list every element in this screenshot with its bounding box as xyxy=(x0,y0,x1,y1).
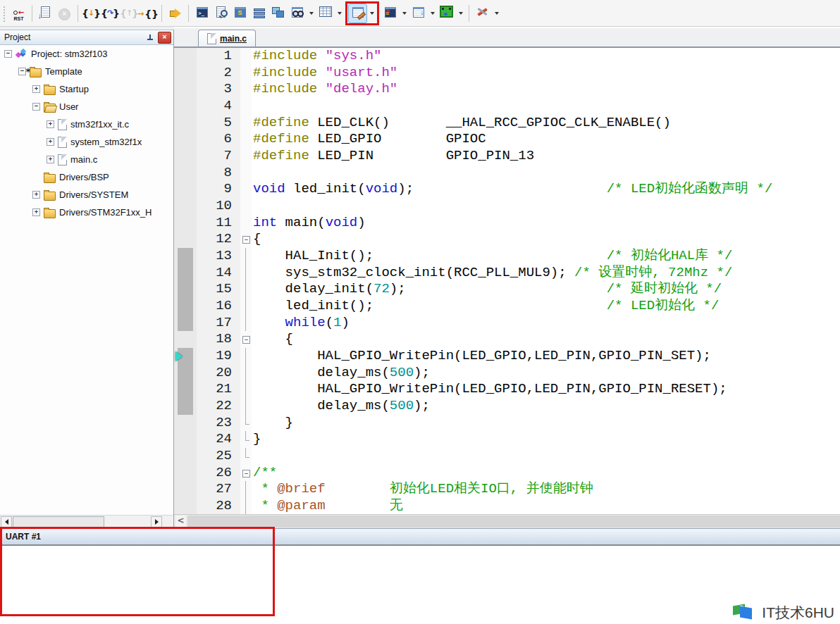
step-button[interactable]: {↓} xyxy=(82,4,101,23)
breakpoint-margin[interactable] xyxy=(174,181,197,198)
expander-plus-icon[interactable]: + xyxy=(32,208,40,216)
breakpoint-margin[interactable] xyxy=(174,498,197,515)
breakpoint-margin[interactable] xyxy=(174,231,197,248)
debug-tools-button[interactable] xyxy=(473,4,492,23)
code-editor[interactable]: 1#include "sys.h"2#include "usart.h"3#in… xyxy=(174,48,840,515)
code-line-20[interactable]: 20 delay_ms(500); xyxy=(174,365,840,382)
tree-item-system-stm32f1x[interactable]: +system_stm32f1x xyxy=(0,133,173,151)
memory-window-button[interactable] xyxy=(316,4,335,23)
uart-output[interactable] xyxy=(0,546,840,624)
step-over-button[interactable]: {↷} xyxy=(101,4,120,23)
code-line-28[interactable]: 28 * @param 无 xyxy=(174,498,840,515)
run-to-cursor-button[interactable]: →{} xyxy=(139,4,158,23)
code-line-4[interactable]: 4 xyxy=(174,98,840,115)
expander-plus-icon[interactable]: + xyxy=(32,191,40,199)
code-line-21[interactable]: 21 HAL_GPIO_WritePin(LED_GPIO,LED_PIN,GP… xyxy=(174,381,840,398)
expander-minus-icon[interactable]: − xyxy=(32,103,40,111)
disassembly-window-button[interactable] xyxy=(211,4,230,23)
debug-tools-button-dropdown[interactable] xyxy=(492,4,501,23)
code-line-10[interactable]: 10 xyxy=(174,198,840,215)
code-line-12[interactable]: 12−{ xyxy=(174,231,840,248)
code-line-23[interactable]: 23 } xyxy=(174,415,840,432)
logic-analyzer-button-dropdown[interactable] xyxy=(400,4,409,23)
pin-icon[interactable] xyxy=(146,33,154,42)
tree-item-template[interactable]: −Template xyxy=(0,63,173,80)
tree-item-main-c[interactable]: +main.c xyxy=(0,151,173,168)
scroll-right-button[interactable] xyxy=(151,516,162,528)
scrollbar-thumb[interactable] xyxy=(13,516,104,528)
breakpoint-margin[interactable] xyxy=(174,48,197,65)
stop-button[interactable]: × xyxy=(55,4,74,23)
code-line-26[interactable]: 26−/** xyxy=(174,465,840,482)
breakpoint-margin[interactable] xyxy=(174,315,197,332)
breakpoint-margin[interactable] xyxy=(174,115,197,132)
code-line-13[interactable]: 13 HAL_Init(); /* 初始化HAL库 */ xyxy=(174,248,840,265)
logic-analyzer-button[interactable]: ≈≈ xyxy=(381,4,400,23)
code-line-19[interactable]: 19 HAL_GPIO_WritePin(LED_GPIO,LED_PIN,GP… xyxy=(174,348,840,365)
code-line-9[interactable]: 9void led_init(void); /* LED初始化函数声明 */ xyxy=(174,181,840,198)
code-line-2[interactable]: 2#include "usart.h" xyxy=(174,65,840,82)
code-line-24[interactable]: 24} xyxy=(174,431,840,448)
run-button[interactable] xyxy=(166,4,185,23)
toolbox-button-dropdown[interactable] xyxy=(456,4,465,23)
code-line-7[interactable]: 7#define LED_PIN GPIO_PIN_13 xyxy=(174,148,840,165)
breakpoint-margin[interactable] xyxy=(174,215,197,232)
tab-main-c[interactable]: main.c xyxy=(198,30,256,46)
breakpoint-margin[interactable] xyxy=(174,398,197,415)
tree-item-project-stm32f103[interactable]: −Project: stm32f103 xyxy=(0,45,173,63)
breakpoint-margin[interactable] xyxy=(174,465,197,482)
code-line-17[interactable]: 17 while(1) xyxy=(174,315,840,332)
code-line-14[interactable]: 14 sys_stm32_clock_init(RCC_PLL_MUL9); /… xyxy=(174,265,840,282)
code-line-22[interactable]: 22 delay_ms(500); xyxy=(174,398,840,415)
editor-scrollbar-thumb[interactable] xyxy=(187,516,840,528)
breakpoint-margin[interactable] xyxy=(174,98,197,115)
code-line-27[interactable]: 27 * @brief 初始化LED相关IO口, 并使能时钟 xyxy=(174,481,840,498)
toolbar-grip[interactable] xyxy=(3,5,6,22)
project-horizontal-scrollbar[interactable] xyxy=(0,515,173,528)
close-icon[interactable] xyxy=(158,32,171,44)
breakpoint-margin[interactable] xyxy=(174,165,197,182)
code-line-15[interactable]: 15 delay_init(72); /* 延时初始化 */ xyxy=(174,281,840,298)
code-line-5[interactable]: 5#define LED_CLK() __HAL_RCC_GPIOC_CLK_E… xyxy=(174,115,840,132)
toolbox-button[interactable] xyxy=(437,4,456,23)
serial-window-button-dropdown[interactable] xyxy=(367,4,376,23)
code-line-11[interactable]: 11int main(void) xyxy=(174,215,840,232)
system-viewer-button-dropdown[interactable] xyxy=(428,4,437,23)
breakpoint-margin[interactable] xyxy=(174,348,197,365)
step-out-button[interactable]: {↑} xyxy=(120,4,139,23)
code-line-18[interactable]: 18− { xyxy=(174,331,840,348)
tree-item-drivers-bsp[interactable]: Drivers/BSP xyxy=(0,168,173,186)
breakpoint-margin[interactable] xyxy=(174,331,197,348)
symbol-window-button[interactable]: S xyxy=(230,4,249,23)
code-line-1[interactable]: 1#include "sys.h" xyxy=(174,48,840,65)
tree-item-startup[interactable]: +Startup xyxy=(0,80,173,98)
system-viewer-button[interactable]: ↓ xyxy=(409,4,428,23)
breakpoint-margin[interactable] xyxy=(174,65,197,82)
breakpoint-margin[interactable] xyxy=(174,365,197,382)
breakpoint-margin[interactable] xyxy=(174,431,197,448)
code-line-16[interactable]: 16 led_init(); /* LED初始化 */ xyxy=(174,298,840,315)
code-line-6[interactable]: 6#define LED_GPIO GPIOC xyxy=(174,131,840,148)
watch-window-button[interactable] xyxy=(288,4,307,23)
uart-window-header[interactable]: UART #1 xyxy=(0,528,840,546)
breakpoint-margin[interactable] xyxy=(174,298,197,315)
breakpoint-margin[interactable] xyxy=(174,81,197,98)
registers-window-button[interactable] xyxy=(249,4,268,23)
breakpoint-margin[interactable] xyxy=(174,381,197,398)
expander-plus-icon[interactable]: + xyxy=(47,138,54,146)
command-window-button[interactable]: >_ xyxy=(192,4,211,23)
tree-item-stm32f1xx-it-c[interactable]: +stm32f1xx_it.c xyxy=(0,116,173,133)
expander-plus-icon[interactable]: + xyxy=(47,120,54,128)
code-line-25[interactable]: 25 xyxy=(174,448,840,465)
fold-collapse-icon[interactable]: − xyxy=(242,470,250,478)
code-line-8[interactable]: 8 xyxy=(174,165,840,182)
fold-collapse-icon[interactable]: − xyxy=(242,236,250,244)
fold-collapse-icon[interactable]: − xyxy=(242,336,250,344)
scroll-left-button[interactable] xyxy=(1,516,12,528)
expander-minus-icon[interactable]: − xyxy=(4,50,12,58)
expander-plus-icon[interactable]: + xyxy=(32,85,40,93)
editor-horizontal-scrollbar[interactable] xyxy=(174,514,840,528)
watch-window-button-dropdown[interactable] xyxy=(307,4,316,23)
expander-plus-icon[interactable]: + xyxy=(47,156,54,163)
breakpoint-margin[interactable] xyxy=(174,415,197,432)
